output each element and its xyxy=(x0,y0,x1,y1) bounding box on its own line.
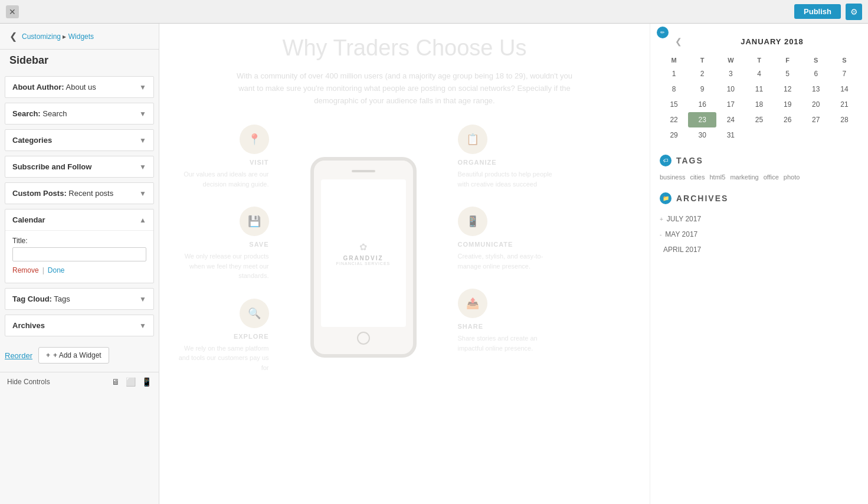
calendar-week-5: 29 30 31 xyxy=(660,127,859,143)
widget-categories[interactable]: Categories ▼ xyxy=(5,129,154,151)
main-content: Why Traders Choose Us With a community o… xyxy=(159,24,650,504)
back-arrow[interactable]: ❮ xyxy=(9,31,17,42)
mobile-icon[interactable]: 📱 xyxy=(142,377,152,387)
feature-save-body: We only release our products when we fee… xyxy=(175,251,269,281)
cal-14[interactable]: 14 xyxy=(830,81,859,97)
cal-5[interactable]: 5 xyxy=(774,66,802,81)
cal-15[interactable]: 15 xyxy=(660,97,688,112)
calendar-title-input[interactable] xyxy=(12,247,146,261)
cal-27[interactable]: 27 xyxy=(802,112,830,127)
cal-31[interactable]: 31 xyxy=(716,127,745,143)
calendar-actions: Remove | Done xyxy=(12,266,146,274)
calendar-header: ❮ JANUARY 2018 xyxy=(672,35,859,47)
breadcrumb-arrow: ▸ xyxy=(63,32,68,41)
cal-4[interactable]: 4 xyxy=(745,66,773,81)
cal-21[interactable]: 21 xyxy=(830,97,859,112)
cal-24[interactable]: 24 xyxy=(716,112,745,127)
cal-1[interactable]: 1 xyxy=(660,66,688,81)
calendar-done-link[interactable]: Done xyxy=(48,266,65,274)
archive-july-arrow: + xyxy=(660,216,663,222)
cal-29[interactable]: 29 xyxy=(660,127,688,143)
widget-archives[interactable]: Archives ▼ xyxy=(5,315,154,336)
widget-subscribe-follow[interactable]: Subscribe and Follow ▼ xyxy=(5,156,154,178)
cal-28[interactable]: 28 xyxy=(830,112,859,127)
main-area: ❮ Customizing ▸ Widgets Sidebar About Au… xyxy=(0,24,868,504)
widget-about-author-label: About Author: About us xyxy=(12,83,139,91)
tag-business[interactable]: business xyxy=(660,174,685,181)
feature-share-icon: 📤 xyxy=(458,289,487,318)
cal-11[interactable]: 11 xyxy=(745,81,773,97)
feature-save-title: SAVE xyxy=(175,241,269,248)
cal-16[interactable]: 16 xyxy=(688,97,716,112)
archive-may-2017[interactable]: - MAY 2017 xyxy=(660,227,859,242)
add-widget-plus: + xyxy=(46,351,50,359)
cal-17[interactable]: 17 xyxy=(716,97,745,112)
widget-tag-cloud[interactable]: Tag Cloud: Tags ▼ xyxy=(5,288,154,310)
cal-18[interactable]: 18 xyxy=(745,97,773,112)
cal-10[interactable]: 10 xyxy=(716,81,745,97)
cal-7[interactable]: 7 xyxy=(830,66,859,81)
cal-26[interactable]: 26 xyxy=(774,112,802,127)
archive-july-2017[interactable]: + JULY 2017 xyxy=(660,211,859,227)
desktop-icon[interactable]: 🖥 xyxy=(112,377,120,387)
widget-categories-label: Categories xyxy=(12,136,139,145)
tag-office[interactable]: office xyxy=(764,174,779,181)
archive-april-2017[interactable]: APRIL 2017 xyxy=(660,242,859,257)
calendar-separator: | xyxy=(42,266,44,274)
widget-custom-posts-label: Custom Posts: Recent posts xyxy=(12,189,139,198)
breadcrumb-customizing[interactable]: Customizing xyxy=(22,32,61,41)
widget-custom-posts-chevron: ▼ xyxy=(139,189,146,198)
cal-3[interactable]: 3 xyxy=(716,66,745,81)
feature-center: ✿ GRANDVIZ FINANCIAL SERVICES xyxy=(293,125,434,390)
settings-button[interactable]: ⚙ xyxy=(846,4,862,20)
tablet-icon[interactable]: ⬜ xyxy=(126,377,136,387)
cal-23-today[interactable]: 23 xyxy=(688,112,716,127)
cal-8[interactable]: 8 xyxy=(660,81,688,97)
phone-logo: ✿ GRANDVIZ FINANCIAL SERVICES xyxy=(336,241,391,266)
widget-calendar-header[interactable]: Calendar ▲ xyxy=(5,210,153,230)
cal-6[interactable]: 6 xyxy=(802,66,830,81)
cal-2[interactable]: 2 xyxy=(688,66,716,81)
cal-th-w: W xyxy=(716,54,745,66)
phone-home-button xyxy=(357,332,370,345)
calendar-day-headers: M T W T F S S xyxy=(660,54,859,66)
widget-search-chevron: ▼ xyxy=(139,110,146,118)
cal-22[interactable]: 22 xyxy=(660,112,688,127)
widget-calendar: Calendar ▲ Title: Remove | Done xyxy=(5,209,154,283)
widget-about-author[interactable]: About Author: About us ▼ xyxy=(5,76,154,98)
phone-screen: ✿ GRANDVIZ FINANCIAL SERVICES xyxy=(321,179,406,327)
cal-13[interactable]: 13 xyxy=(802,81,830,97)
calendar-prev-button[interactable]: ❮ xyxy=(672,35,686,47)
footer-icons: 🖥 ⬜ 📱 xyxy=(112,377,152,387)
tag-html5[interactable]: html5 xyxy=(709,174,725,181)
tag-marketing[interactable]: marketing xyxy=(730,174,758,181)
cal-12[interactable]: 12 xyxy=(774,81,802,97)
feature-organize-title: ORGANIZE xyxy=(458,159,564,166)
publish-button[interactable]: Publish xyxy=(794,4,841,19)
close-button[interactable]: ✕ xyxy=(6,5,19,18)
archive-may-label: MAY 2017 xyxy=(665,230,697,238)
cal-20[interactable]: 20 xyxy=(802,97,830,112)
right-sidebar: ✏ ❮ JANUARY 2018 M T W T F S S xyxy=(650,24,868,504)
feature-communicate-icon: 📱 xyxy=(458,207,487,236)
add-widget-button[interactable]: + + Add a Widget xyxy=(38,347,109,364)
features-row: 📍 VISIT Our values and ideals are our de… xyxy=(175,125,635,390)
reorder-link[interactable]: Reorder xyxy=(5,351,32,360)
calendar-week-1: 1 2 3 4 5 6 7 xyxy=(660,66,859,81)
tag-photo[interactable]: photo xyxy=(784,174,800,181)
cal-19[interactable]: 19 xyxy=(774,97,802,112)
widget-search[interactable]: Search: Search ▼ xyxy=(5,103,154,125)
archive-july-label: JULY 2017 xyxy=(667,215,701,223)
calendar-week-3: 15 16 17 18 19 20 21 xyxy=(660,97,859,112)
cal-25[interactable]: 25 xyxy=(745,112,773,127)
calendar-title-label: Title: xyxy=(12,237,146,245)
tag-cities[interactable]: cities xyxy=(690,174,705,181)
breadcrumb-widgets[interactable]: Widgets xyxy=(68,32,94,41)
calendar-edit-icon[interactable]: ✏ xyxy=(657,27,669,38)
sidebar-header: ❮ Customizing ▸ Widgets xyxy=(0,24,159,50)
cal-9[interactable]: 9 xyxy=(688,81,716,97)
widget-custom-posts[interactable]: Custom Posts: Recent posts ▼ xyxy=(5,182,154,204)
cal-30[interactable]: 30 xyxy=(688,127,716,143)
cal-th-m: M xyxy=(660,54,688,66)
calendar-remove-link[interactable]: Remove xyxy=(12,266,39,274)
